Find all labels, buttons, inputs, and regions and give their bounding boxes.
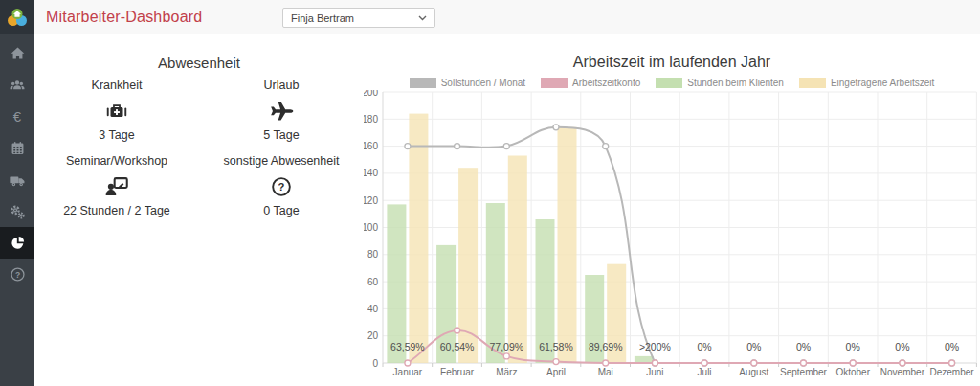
absence-grid: Krankheit 3 Tage Urlaub 5 Tage [34, 79, 364, 218]
airplane-icon [268, 98, 295, 125]
legend-swatch [656, 78, 682, 88]
y-axis-tick-label: 20 [368, 330, 379, 341]
absence-label: sonstige Abwesenheit [199, 154, 364, 169]
point-arbeitszeitkonto[interactable] [702, 360, 707, 366]
absence-item-seminar: Seminar/Workshop 22 Stunden / 2 Tage [34, 154, 199, 218]
y-axis-tick-label: 120 [364, 195, 378, 206]
point-sollstunden-monat[interactable] [503, 144, 509, 149]
legend-item-stunden-beim-klienten[interactable]: Stunden beim Klienten [656, 78, 784, 88]
sidebar-item-dashboard[interactable] [0, 227, 34, 259]
legend-label: Stunden beim Klienten [687, 78, 784, 88]
point-arbeitszeitkonto[interactable] [751, 360, 757, 366]
chart-title: Arbeitszeit im laufenden Jahr [364, 54, 980, 71]
percent-label: 60,54% [440, 341, 475, 352]
first-aid-kit-icon [104, 99, 129, 124]
legend-swatch [799, 78, 826, 88]
x-axis-month-label: September [780, 367, 828, 377]
percent-label: >200% [639, 341, 671, 352]
x-axis-month-label: April [546, 367, 566, 377]
absence-value: 22 Stunden / 2 Tage [34, 204, 199, 218]
home-icon [10, 45, 26, 61]
point-arbeitszeitkonto[interactable] [603, 360, 609, 366]
presentation-person-icon [103, 173, 130, 200]
x-axis-month-label: Mai [598, 367, 613, 377]
point-arbeitszeitkonto[interactable] [652, 360, 657, 366]
absence-value: 0 Tage [199, 204, 364, 218]
chart-legend: Sollstunden / MonatArbeitszeitkontoStund… [364, 77, 980, 88]
sidebar: € [0, 0, 34, 386]
percent-label: 0% [846, 341, 860, 352]
y-axis-tick-label: 200 [364, 90, 378, 98]
point-arbeitszeitkonto[interactable] [455, 328, 460, 333]
bar-eingetragene-arbeitszeit[interactable] [409, 114, 428, 363]
y-axis-tick-label: 140 [364, 168, 378, 178]
bar-stunden-beim-klienten[interactable] [635, 356, 654, 363]
question-circle-icon: ? [269, 174, 294, 199]
percent-label: 0% [895, 341, 909, 352]
legend-item-eingetragene-arbeitszeit[interactable]: Eingetragene Arbeitszeit [799, 78, 934, 88]
sidebar-item-calendar[interactable] [0, 132, 34, 164]
x-axis-month-label: Juni [646, 367, 663, 377]
y-axis-tick-label: 60 [368, 277, 379, 287]
percent-label: 0% [945, 341, 959, 352]
point-arbeitszeitkonto[interactable] [553, 359, 559, 365]
bar-stunden-beim-klienten[interactable] [387, 204, 406, 363]
absence-label: Krankheit [34, 79, 199, 93]
euro-icon: € [13, 109, 21, 124]
point-arbeitszeitkonto[interactable] [801, 360, 807, 366]
page-title: Mitarbeiter-Dashboard [46, 9, 202, 26]
point-sollstunden-monat[interactable] [455, 144, 460, 149]
sidebar-item-logistics[interactable] [0, 164, 34, 195]
x-axis-month-label: November [880, 367, 925, 377]
legend-label: Eingetragene Arbeitszeit [831, 78, 934, 88]
point-arbeitszeitkonto[interactable] [850, 360, 856, 366]
bar-eingetragene-arbeitszeit[interactable] [558, 127, 577, 363]
legend-label: Arbeitszeitkonto [572, 78, 640, 88]
point-sollstunden-monat[interactable] [553, 125, 559, 130]
absence-panel-title: Abwesenheit [34, 55, 364, 71]
truck-icon [9, 171, 26, 189]
x-axis-month-label: Dezember [930, 367, 975, 377]
absence-label: Seminar/Workshop [34, 154, 199, 169]
bar-stunden-beim-klienten[interactable] [486, 203, 505, 363]
sidebar-item-finance[interactable]: € [0, 101, 34, 132]
percent-label: 0% [796, 341, 811, 352]
point-arbeitszeitkonto[interactable] [900, 360, 905, 366]
help-icon: ? [10, 266, 26, 283]
absence-panel: Abwesenheit Krankheit 3 Tage Urlaub [34, 34, 364, 218]
point-arbeitszeitkonto[interactable] [405, 360, 411, 366]
absence-value: 5 Tage [199, 128, 364, 143]
sidebar-item-users[interactable] [0, 69, 34, 101]
bar-eingetragene-arbeitszeit[interactable] [508, 156, 527, 364]
legend-swatch [410, 78, 436, 88]
absence-item-sonstige: sonstige Abwesenheit ? 0 Tage [199, 154, 364, 218]
legend-item-sollstunden-monat[interactable]: Sollstunden / Monat [410, 78, 525, 88]
x-axis-month-label: Oktober [835, 367, 870, 377]
percent-label: 77,09% [489, 341, 523, 352]
absence-value: 3 Tage [34, 128, 199, 143]
point-sollstunden-monat[interactable] [405, 144, 411, 149]
legend-item-arbeitszeitkonto[interactable]: Arbeitszeitkonto [541, 78, 640, 88]
x-axis-month-label: Januar [393, 367, 423, 377]
absence-item-krankheit: Krankheit 3 Tage [34, 79, 199, 143]
sidebar-item-help[interactable]: ? [0, 259, 34, 290]
clover-logo-icon [6, 6, 29, 29]
worktime-chart: 02040608010012014016018020063,59%60,54%7… [364, 90, 980, 379]
employee-select[interactable]: Finja Bertram [282, 8, 435, 28]
pie-chart-icon [10, 235, 26, 251]
sidebar-nav: € [0, 37, 34, 290]
svg-text:?: ? [14, 270, 19, 280]
percent-label: 0% [746, 341, 761, 352]
sidebar-item-settings[interactable] [0, 195, 34, 227]
point-sollstunden-monat[interactable] [603, 144, 609, 149]
app-logo[interactable] [0, 0, 34, 34]
worktime-chart-panel: Arbeitszeit im laufenden Jahr Sollstunde… [364, 34, 980, 386]
point-arbeitszeitkonto[interactable] [949, 360, 955, 366]
point-arbeitszeitkonto[interactable] [503, 353, 509, 359]
percent-label: 63,59% [390, 341, 425, 352]
y-axis-tick-label: 40 [368, 304, 379, 314]
sidebar-item-home[interactable] [0, 37, 34, 69]
bar-eingetragene-arbeitszeit[interactable] [458, 168, 478, 363]
users-icon [9, 77, 26, 94]
x-axis-month-label: Juli [698, 367, 712, 377]
